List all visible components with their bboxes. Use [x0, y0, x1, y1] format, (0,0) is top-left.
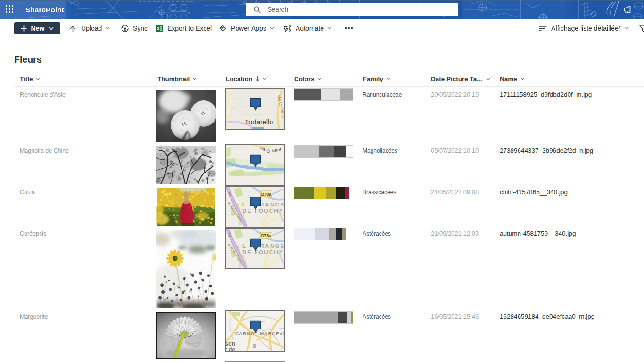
svg-text:Trofarello: Trofarello	[245, 118, 273, 126]
svg-text:t de: t de	[226, 346, 235, 351]
svg-text:son: son	[226, 340, 235, 347]
svg-text:CARNOT-MARCEAU: CARNOT-MARCEAU	[235, 331, 284, 336]
svg-text:S: S	[228, 232, 231, 238]
svg-text:L: L	[242, 243, 247, 249]
svg-text:L: L	[242, 202, 247, 207]
svg-text:DE FOUCHY: DE FOUCHY	[242, 208, 284, 214]
svg-text:TANGS: TANGS	[261, 243, 284, 249]
svg-text:D78a: D78a	[261, 192, 272, 197]
svg-text:S: S	[228, 191, 231, 197]
svg-text:TANGS: TANGS	[261, 202, 284, 207]
svg-text:D78a: D78a	[261, 233, 272, 238]
svg-text:…—: …—	[202, 354, 207, 357]
svg-text:DE FOUCHY: DE FOUCHY	[242, 249, 284, 255]
